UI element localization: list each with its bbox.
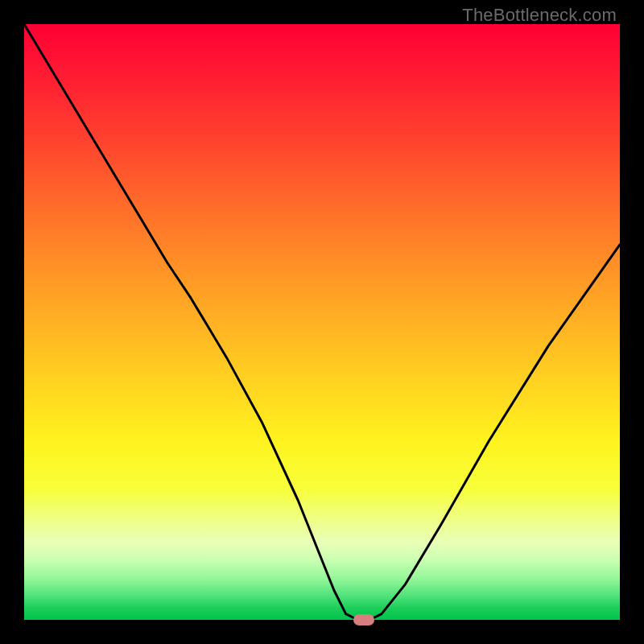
plot-area (24, 24, 620, 620)
chart-frame: TheBottleneck.com (0, 0, 644, 644)
bottleneck-curve (24, 24, 620, 620)
optimal-point-marker (353, 614, 374, 625)
watermark-text: TheBottleneck.com (462, 5, 617, 26)
